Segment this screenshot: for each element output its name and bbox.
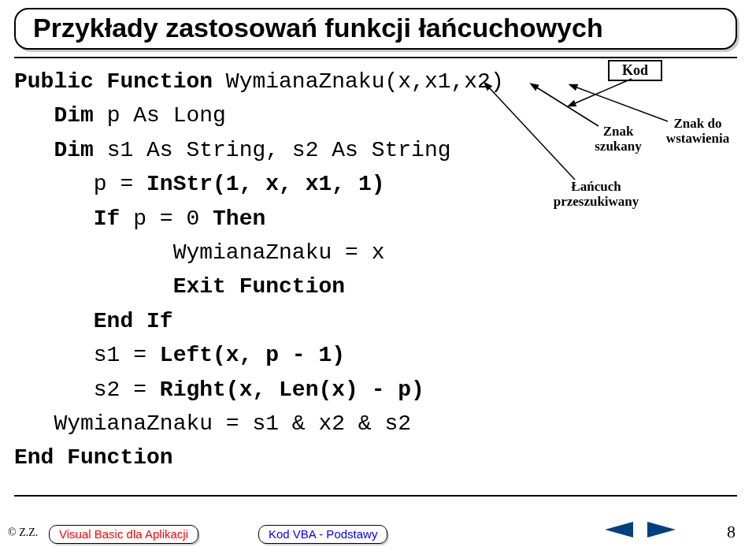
kw-then: Then [213,206,265,231]
code-text: s2 = [14,378,160,402]
footer-pill-topic: Kod VBA - Podstawy [258,525,387,544]
code-bold: Right(x, Len(x) - p) [160,378,424,402]
prev-arrow-icon[interactable] [605,522,633,538]
kw-exit-function: Exit Function [14,274,345,299]
divider-top [14,57,737,58]
footer-pill-app: Visual Basic dla Aplikacji [49,525,198,544]
annotation-znak-szukany: Znak szukany [587,125,650,154]
kw-dim: Dim [14,138,107,162]
slide: Przykłady zastosowań funkcji łańcuchowyc… [0,0,756,558]
code-bold: InStr(1, x, x1, 1) [146,172,384,196]
annotation-line: wstawienia [666,131,729,146]
copyright: © Z.Z. [8,526,38,539]
annotation-znak-do-wstawienia: Znak do wstawienia [658,117,737,146]
kw-end-if: End If [14,309,173,333]
kod-label-box: Kod [608,60,662,81]
title-box: Przykłady zastosowań funkcji łańcuchowyc… [14,8,737,50]
code-bold: Left(x, p - 1) [160,343,345,367]
kw-end-function: End Function [14,445,173,470]
next-arrow-icon[interactable] [647,522,676,538]
annotation-lancuch: Łańcuch przeszukiwany [545,180,647,209]
code-text: p = [14,172,146,196]
code-text: p As Long [107,103,226,128]
annotation-line: Znak [603,124,634,139]
code-text: s1 As String, s2 As String [107,138,451,162]
footer: © Z.Z. Visual Basic dla Aplikacji Kod VB… [0,519,756,550]
code-text: WymianaZnaku(x,x1,x2) [226,69,504,94]
divider-bottom [14,495,737,497]
page-title: Przykłady zastosowań funkcji łańcuchowyc… [33,13,718,43]
page-number: 8 [727,522,736,542]
nav-arrows [605,522,699,544]
annotation-line: Łańcuch [571,179,621,194]
kw-if: If [14,206,133,231]
kw-dim: Dim [14,103,107,128]
annotation-line: Znak do [674,116,722,131]
code-text: p = 0 [133,206,213,231]
code-text: WymianaZnaku = s1 & x2 & s2 [14,411,411,436]
annotation-line: przeszukiwany [554,194,639,209]
kw-public-function: Public Function [14,69,226,94]
code-text: s1 = [14,343,160,367]
annotation-line: szukany [595,139,642,154]
code-text: WymianaZnaku = x [14,240,384,265]
